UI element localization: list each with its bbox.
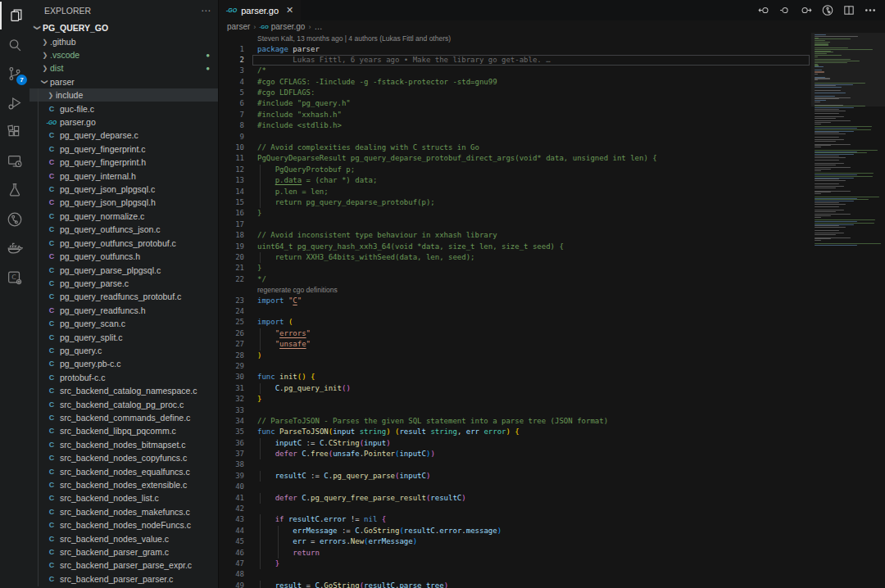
code-line-40[interactable]: 40 (219, 482, 811, 492)
tree-item-dist[interactable]: ❯dist● (30, 61, 218, 75)
code-line-49[interactable]: 49result = C.GoString(resultC.parse_tree… (219, 581, 811, 588)
tree-item-src-backend-catalog-namespace-c[interactable]: Csrc_backend_catalog_namespace.c (30, 384, 218, 397)
code-line-28[interactable]: 28) (219, 351, 811, 361)
code-line-34[interactable]: 34// ParseToJSON - Parses the given SQL … (219, 416, 811, 427)
activity-cmake-tools-icon[interactable]: C (0, 264, 30, 292)
code-line-33[interactable]: 33 (219, 405, 811, 416)
code-line-16[interactable]: 16} (219, 208, 811, 219)
file-history-icon[interactable] (821, 4, 834, 16)
code-line-1[interactable]: 1package parser (219, 44, 811, 55)
next-change-icon[interactable] (800, 4, 813, 16)
tree-item-src-backend-nodes-list-c[interactable]: Csrc_backend_nodes_list.c (30, 491, 218, 504)
activity-gitlens-icon[interactable] (0, 206, 30, 233)
tree-item-src-backend-commands-define-c[interactable]: Csrc_backend_commands_define.c (30, 411, 218, 424)
tree-item-guc-file-c[interactable]: Cguc-file.c (30, 102, 218, 115)
tree-item-src-backend-nodes-makefuncs-c[interactable]: Csrc_backend_nodes_makefuncs.c (30, 505, 218, 518)
tree-item-src-backend-parser-gram-c[interactable]: Csrc_backend_parser_gram.c (30, 545, 218, 559)
breadcrumb-item-2[interactable]: -GOparser.go (259, 22, 305, 31)
tree-item-pg-query-c[interactable]: Cpg_query.c (30, 344, 218, 357)
code-line-29[interactable]: 29 (219, 361, 811, 372)
code-line-42[interactable]: 42 (219, 504, 811, 514)
tree-item-src-backend-nodes-extensible-c[interactable]: Csrc_backend_nodes_extensible.c (30, 478, 218, 491)
code-line-4[interactable]: 4#cgo CFLAGS: -Iinclude -g -fstack-prote… (219, 77, 811, 88)
code-line-36[interactable]: 36inputC := C.CString(input) (219, 438, 811, 449)
code-line-23[interactable]: 23import "C" (219, 296, 811, 306)
minimap[interactable] (811, 33, 885, 588)
code-line-19[interactable]: 19uint64_t pg_query_hash_xxh3_64(void *d… (219, 242, 811, 252)
code-line-15[interactable]: 15return pg_query_deparse_protobuf(p); (219, 197, 811, 208)
more-actions-icon[interactable] (864, 4, 877, 16)
tree-item-src-backend-catalog-pg-proc-c[interactable]: Csrc_backend_catalog_pg_proc.c (30, 397, 218, 410)
code-line-41[interactable]: 41defer C.pg_query_free_parse_result(res… (219, 493, 811, 504)
code-line-7[interactable]: 7#include "xxhash.h" (219, 110, 811, 120)
tree-item-pg-query-outfuncs-h[interactable]: Cpg_query_outfuncs.h (30, 250, 218, 263)
code-line-11[interactable]: 11PgQueryDeparseResult pg_query_deparse_… (219, 153, 811, 164)
tree-item-src-backend-libpq-pqcomm-c[interactable]: Csrc_backend_libpq_pqcomm.c (30, 424, 218, 437)
code-line-45[interactable]: 45err = errors.New(errMessage) (219, 536, 811, 547)
tree-item-pg-query-parse-c[interactable]: Cpg_query_parse.c (30, 277, 218, 290)
tree-item-parser[interactable]: ❯parser (30, 75, 218, 88)
tree-item-src-backend-nodes-copyfuncs-c[interactable]: Csrc_backend_nodes_copyfuncs.c (30, 451, 218, 464)
tree-item-src-backend-nodes-bitmapset-c[interactable]: Csrc_backend_nodes_bitmapset.c (30, 438, 218, 451)
activity-run-debug-icon[interactable] (0, 89, 30, 117)
tab-parser-go[interactable]: -GO parser.go ✕ (219, 0, 301, 20)
code-line-5[interactable]: 5#cgo LDFLAGS: (219, 88, 811, 98)
activity-source-control-icon[interactable]: 7 (0, 60, 30, 88)
tree-item-pg-query-deparse-c[interactable]: Cpg_query_deparse.c (30, 129, 218, 142)
split-editor-icon[interactable] (842, 4, 856, 16)
code-line-43[interactable]: 43if resultC.error != nil { (219, 514, 811, 525)
code-line-48[interactable]: 48 (219, 569, 811, 580)
tree-item-src-backend-parser-parser-c[interactable]: Csrc_backend_parser_parser.c (30, 572, 218, 586)
code-line-20[interactable]: 20return XXH3_64bits_withSeed(data, len,… (219, 252, 811, 263)
tree-item-pg-query-fingerprint-h[interactable]: Cpg_query_fingerprint.h (30, 156, 218, 169)
explorer-more-actions-icon[interactable]: ⋯ (201, 5, 211, 16)
code-line-9[interactable]: 9 (219, 132, 811, 142)
activity-docker-icon[interactable] (0, 234, 30, 262)
tree-item-pg-query-internal-h[interactable]: Cpg_query_internal.h (30, 169, 218, 182)
tree-item-parser-go[interactable]: -GOparser.go (30, 115, 218, 129)
code-line-12[interactable]: 12PgQueryProtobuf p; (219, 165, 811, 175)
code-editor[interactable]: Steven Kalt, 13 months ago | 4 authors (… (219, 34, 811, 588)
code-line-31[interactable]: 31C.pg_query_init() (219, 383, 811, 394)
code-line-13[interactable]: 13p.data = (char *) data; (219, 175, 811, 186)
code-lens[interactable]: regenerate cgo definitions (219, 285, 811, 296)
breadcrumb-item-3[interactable]: … (314, 22, 322, 31)
code-line-22[interactable]: 22*/ (219, 274, 811, 285)
tree-item-pg-query-fingerprint-c[interactable]: Cpg_query_fingerprint.c (30, 142, 218, 156)
tree-item-src-backend-parser-parse-expr-c[interactable]: Csrc_backend_parser_parse_expr.c (30, 559, 218, 572)
code-line-27[interactable]: 27"unsafe" (219, 339, 811, 350)
code-line-6[interactable]: 6#include "pg_query.h" (219, 98, 811, 109)
tree-item-pg-query-json-plpgsql-h[interactable]: Cpg_query_json_plpgsql.h (30, 196, 218, 209)
activity-testing-icon[interactable] (0, 176, 30, 204)
breadcrumb-item-1[interactable]: parser (227, 22, 250, 31)
tree-item-protobuf-c-c[interactable]: Cprotobuf-c.c (30, 371, 218, 384)
activity-explorer-icon[interactable] (0, 2, 30, 29)
tree-item-pg-query-split-c[interactable]: Cpg_query_split.c (30, 330, 218, 343)
tree-item-pg-query-outfuncs-protobuf-c[interactable]: Cpg_query_outfuncs_protobuf.c (30, 237, 218, 250)
tree-item-include[interactable]: ❯include (30, 88, 218, 102)
code-line-47[interactable]: 47} (219, 559, 811, 569)
tree-item-pg-query-parse-plpgsql-c[interactable]: Cpg_query_parse_plpgsql.c (30, 263, 218, 276)
activity-extensions-icon[interactable] (0, 118, 30, 146)
tree-item-src-backend-nodes-value-c[interactable]: Csrc_backend_nodes_value.c (30, 531, 218, 545)
tree-item-pg-query-readfuncs-protobuf-c[interactable]: Cpg_query_readfuncs_protobuf.c (30, 290, 218, 303)
tree-item-src-backend-nodes-nodefuncs-c[interactable]: Csrc_backend_nodes_nodeFuncs.c (30, 518, 218, 531)
close-tab-icon[interactable]: ✕ (286, 5, 293, 16)
tree-item-pg-query-scan-c[interactable]: Cpg_query_scan.c (30, 317, 218, 330)
code-line-14[interactable]: 14p.len = len; (219, 187, 811, 197)
tree-item-src-backend-nodes-equalfuncs-c[interactable]: Csrc_backend_nodes_equalfuncs.c (30, 464, 218, 477)
code-line-35[interactable]: 35func ParseToJSON(input string) (result… (219, 427, 811, 437)
code-line-24[interactable]: 24 (219, 306, 811, 317)
code-line-18[interactable]: 18// Avoid inconsistent type behaviour i… (219, 230, 811, 241)
code-line-8[interactable]: 8#include <stdlib.h> (219, 120, 811, 131)
code-line-10[interactable]: 10// Avoid complexities dealing with C s… (219, 142, 811, 153)
code-line-25[interactable]: 25import ( (219, 317, 811, 328)
code-line-30[interactable]: 30func init() { (219, 372, 811, 382)
code-line-46[interactable]: 46return (219, 548, 811, 559)
previous-change-icon[interactable] (757, 4, 770, 16)
activity-remote-explorer-icon[interactable] (0, 147, 30, 175)
tree-item--github[interactable]: ❯.github (30, 34, 218, 47)
code-line-17[interactable]: 17 (219, 219, 811, 230)
code-line-2[interactable]: 2 Lukas Fittl, 6 years ago • Make the li… (219, 55, 811, 66)
code-line-39[interactable]: 39resultC := C.pg_query_parse(inputC) (219, 471, 811, 482)
